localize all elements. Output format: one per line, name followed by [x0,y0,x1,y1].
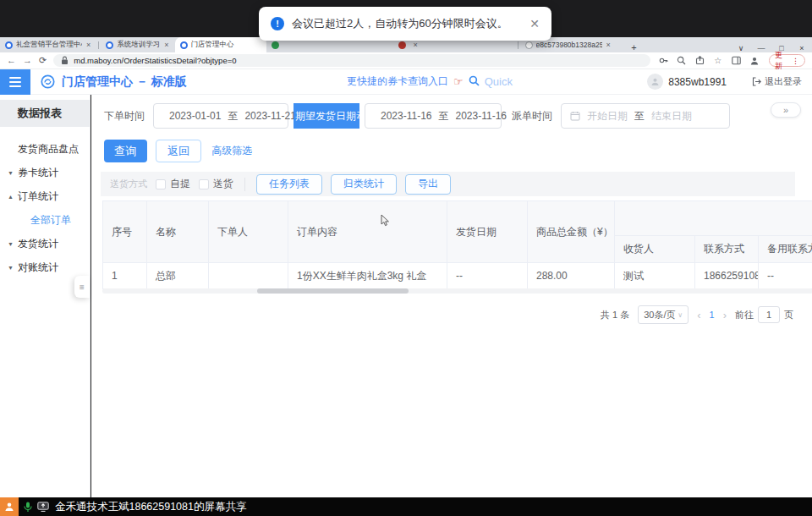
screen-share-text: 金禾通技术王斌18662591081的屏幕共享 [55,500,246,514]
microphone-icon[interactable] [24,502,32,513]
cell-content: 1份XX生鲜羊肉礼盒3kg 礼盒 [288,263,447,289]
col-header-receiver: 收货人 [615,236,695,263]
table-row[interactable]: 1 总部 1份XX生鲜羊肉礼盒3kg 礼盒 -- 288.00 测试 18662… [103,263,812,289]
avatar[interactable] [647,74,663,90]
scrollbar-thumb[interactable] [257,288,409,294]
coupon-query-entry-link[interactable]: 更快捷的券卡查询入口 [347,74,448,89]
forward-icon[interactable]: → [23,56,32,65]
query-button[interactable]: 查询 [104,140,147,162]
key-icon[interactable] [657,56,669,65]
username: 8385wb1991 [668,76,727,88]
collapse-icon: ≡ [80,283,85,292]
back-icon[interactable]: ← [7,56,16,65]
sidebar-item-shipping-inventory[interactable]: 发货商品盘点 [0,137,90,161]
start-date: 2023-11-16 [381,110,432,122]
cell-ship-date: -- [447,263,528,289]
next-page-button[interactable]: › [723,309,727,321]
window-minimize-icon[interactable]: — [751,44,771,52]
goto-page-input[interactable] [758,306,780,323]
sidebar-item-label: 发货统计 [18,237,58,251]
prev-page-button[interactable]: ‹ [697,309,700,321]
bookmark-star-icon[interactable]: ☆ [712,56,724,65]
notification-close-icon[interactable]: ✕ [529,17,540,30]
calendar-icon [570,111,580,121]
profile-icon[interactable] [749,56,760,66]
browser-addressbar: ← → ⟳ md.maboy.cn/OrderStatisticsDetail?… [0,52,812,69]
start-date: 2023-01-01 [169,110,221,122]
delivery-checkbox-group[interactable]: 送货 [199,177,233,191]
tab-favicon [5,41,13,49]
quick-label[interactable]: Quick [485,75,513,88]
reload-icon[interactable]: ⟳ [39,56,47,65]
presenter-icon [0,497,19,516]
orders-table: 序号 名称 下单人 订单内容 发货日期 商品总金额（¥） 收货人 联系方式 备用… [102,200,812,289]
page-title: 门店管理中心 － 标准版 [62,74,187,90]
url-field[interactable]: md.maboy.cn/OrderStatisticsDetail?objtyp… [53,54,650,67]
meeting-notification-toast: ! 会议已超过2人，自动转为60分钟限时会议。 ✕ [259,7,551,41]
tab-close-icon[interactable]: × [606,41,612,49]
zoom-icon[interactable] [676,56,688,65]
col-header-content: 订单内容 [288,201,447,263]
chevron-down-icon: ▼ [8,241,14,247]
expand-filters-button[interactable]: » [771,102,801,118]
quick-search-icon[interactable] [469,74,480,90]
sidebar-item-coupon-stats[interactable]: ▼ 券卡统计 [0,161,90,184]
expected-date-range-input[interactable]: 2023-11-16 至 2023-11-16 [365,103,502,129]
page-size-select[interactable]: 30条/页 ∨ [638,305,689,324]
delivery-label: 送货 [213,177,233,191]
cell-orderer [209,263,288,289]
tab-title: 系统培训学习 [117,40,160,50]
order-time-range-input[interactable]: 2023-01-01 至 2023-11-21 [153,103,288,129]
hamburger-menu-button[interactable] [0,69,30,95]
share-icon[interactable] [694,56,705,65]
sidebar-item-label: 全部订单 [30,213,71,228]
page-unit-label: 页 [784,309,793,321]
sidebar-item-order-stats[interactable]: ▲ 订单统计 [0,184,90,208]
app-header: 门店管理中心 － 标准版 更快捷的券卡查询入口 ☞ Quick 8385wb19… [0,69,812,95]
current-page[interactable]: 1 [710,310,715,320]
advanced-filter-link[interactable]: 高级筛选 [211,144,252,158]
sidebar-item-shipping-stats[interactable]: ▼ 发货统计 [0,232,90,255]
start-date-placeholder: 开始日期 [587,109,628,124]
window-close-icon[interactable]: × [792,44,812,52]
delivery-checkbox[interactable] [199,179,209,189]
task-list-button[interactable]: 任务列表 [256,174,322,195]
filter-row: 下单时间 2023-01-01 至 2023-11-21 期望发货日期动态 20… [104,103,730,129]
browser-update-button[interactable]: 更新 ⋮ [769,54,805,67]
logout-label: 退出登录 [765,75,802,88]
tab-close-icon[interactable]: × [413,41,419,49]
tab-close-icon[interactable]: × [163,41,169,49]
window-menu-icon[interactable]: ∨ [731,44,751,52]
cell-total: 288.00 [528,263,615,289]
pickup-checkbox[interactable] [156,179,166,189]
back-button[interactable]: 返回 [156,140,202,162]
browser-tab-store-center-active[interactable]: 门店管理中心 [175,37,266,52]
pickup-label: 自提 [170,177,190,191]
logout-button[interactable]: 退出登录 [752,75,802,88]
browser-tab-gift-platform[interactable]: 礼盒营销平台管理中心 × [0,37,96,52]
side-panel-icon[interactable] [731,56,743,65]
expected-ship-date-chip[interactable]: 期望发货日期动态 [294,103,359,129]
export-button[interactable]: 导出 [405,174,451,195]
screen-share-icon[interactable] [37,502,49,512]
chevron-down-icon: ∨ [678,311,683,319]
sidebar-section-data-reports[interactable]: 数据报表 [0,100,90,127]
order-time-label: 下单时间 [104,109,145,124]
tab-favicon [398,41,406,49]
table-toolbar: 送货方式 自提 送货 任务列表 归类统计 导出 [101,172,795,196]
pickup-checkbox-group[interactable]: 自提 [156,177,190,191]
sidebar-collapse-handle[interactable]: ≡ [74,276,90,298]
pointing-hand-icon: ☞ [453,75,464,88]
dispatch-time-range-input[interactable]: 开始日期 至 结束日期 [561,103,730,129]
col-header-contact: 联系方式 [695,236,759,263]
kebab-menu-icon[interactable]: ⋮ [792,57,799,65]
horizontal-scrollbar[interactable] [102,288,812,294]
col-header-total: 商品总金额（¥） [528,201,615,263]
sidebar-item-all-orders-active[interactable]: 全部订单 [0,208,90,232]
browser-tab-training[interactable]: 系统培训学习 × [101,37,174,52]
screen-share-bar: 金禾通技术王斌18662591081的屏幕共享 [0,497,812,516]
tab-close-icon[interactable]: × [85,41,91,49]
new-tab-button[interactable]: + [627,42,642,52]
classify-stats-button[interactable]: 归类统计 [331,174,397,195]
tab-title: 礼盒营销平台管理中心 [16,40,82,50]
